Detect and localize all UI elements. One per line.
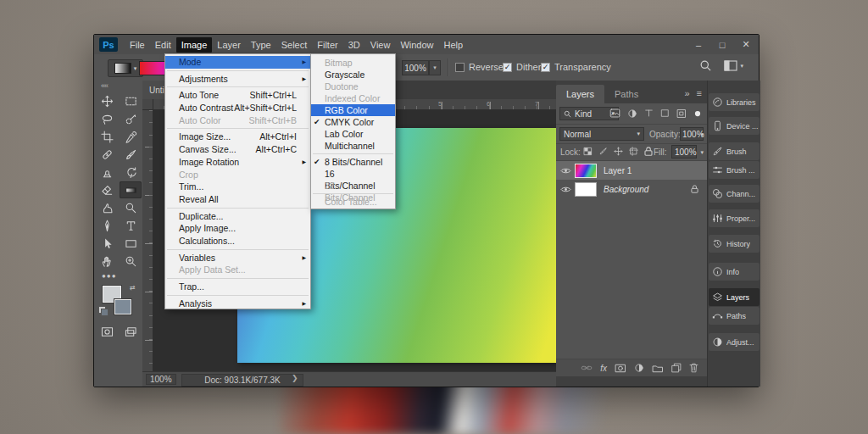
collapse-panel-icon[interactable]: » (684, 88, 689, 98)
lock-all-icon[interactable] (644, 147, 653, 156)
type-tool[interactable] (120, 217, 142, 234)
layer-row-background[interactable]: Background (556, 180, 707, 198)
eraser-tool[interactable] (96, 181, 118, 198)
crop-tool[interactable] (96, 128, 118, 145)
workspace-switcher[interactable]: ▾ (724, 60, 743, 71)
move-tool[interactable] (96, 92, 118, 109)
visibility-eye-icon[interactable] (556, 167, 575, 175)
tab-paths[interactable]: Paths (604, 85, 648, 103)
menu-item-canvas-size[interactable]: Canvas Size...Alt+Ctrl+C (165, 143, 310, 156)
dodge-tool[interactable] (120, 199, 142, 216)
marquee-tool[interactable] (120, 92, 142, 109)
menu-item-image-rotation[interactable]: Image Rotation▶ (165, 156, 310, 169)
reverse-checkbox[interactable] (455, 63, 465, 72)
lock-image-icon[interactable] (598, 147, 608, 156)
blend-mode-dropdown[interactable]: Normal ▾ (559, 127, 644, 141)
gradient-tool[interactable] (120, 181, 142, 198)
lock-transparency-icon[interactable] (583, 147, 593, 156)
visibility-eye-icon[interactable] (556, 186, 575, 193)
filter-smart-objects-icon[interactable] (676, 108, 687, 119)
filtering-toggle-icon[interactable] (693, 109, 702, 118)
link-layers-icon[interactable] (581, 364, 593, 372)
screen-mode-button[interactable] (120, 323, 142, 340)
lock-position-icon[interactable] (614, 147, 623, 156)
menu-type[interactable]: Type (246, 37, 276, 53)
zoom-tool[interactable] (120, 253, 142, 270)
lasso-tool[interactable] (96, 110, 118, 127)
menu-item-adjustments[interactable]: Adjustments▶ (165, 73, 310, 86)
layer-style-fx-icon[interactable]: fx (600, 364, 607, 373)
menu-file[interactable]: File (125, 37, 150, 53)
close-icon[interactable]: ✕ (740, 39, 752, 50)
path-selection-tool[interactable] (96, 235, 118, 252)
collapse-panel-icon[interactable]: «« (101, 81, 108, 90)
menu-item-8-bits[interactable]: ✔8 Bits/Channel (311, 156, 395, 168)
history-brush-tool[interactable] (120, 164, 142, 181)
quick-mask-button[interactable] (96, 323, 118, 340)
hand-tool[interactable] (96, 253, 118, 270)
menu-item-trap[interactable]: Trap... (165, 281, 310, 293)
filter-pixel-layers-icon[interactable] (609, 108, 620, 119)
menu-item-variables[interactable]: Variables▶ (165, 252, 310, 264)
reverse-checkbox-row[interactable]: Reverse (455, 62, 504, 72)
dock-button-properties[interactable]: Proper... (709, 209, 760, 227)
menu-item-trim[interactable]: Trim... (165, 181, 310, 193)
menu-view[interactable]: View (365, 37, 396, 53)
dock-button-channels[interactable]: Chann... (709, 185, 760, 203)
transparency-checkbox[interactable]: ✓ (541, 63, 550, 72)
menu-item-calculations[interactable]: Calculations... (165, 235, 310, 248)
filter-shape-layers-icon[interactable] (660, 108, 670, 118)
add-mask-icon[interactable] (615, 364, 626, 373)
dock-button-adjustments[interactable]: Adjust... (709, 333, 760, 351)
search-icon[interactable] (699, 59, 712, 72)
layer-thumbnail[interactable] (575, 182, 597, 197)
zoom-level[interactable]: 100% (146, 374, 176, 385)
minimize-icon[interactable]: – (693, 40, 704, 50)
brush-tool[interactable] (120, 146, 142, 163)
spot-healing-tool[interactable] (96, 146, 118, 163)
menu-layer[interactable]: Layer (212, 37, 246, 53)
panel-menu-icon[interactable]: ≡ (697, 88, 702, 98)
menu-edit[interactable]: Edit (150, 37, 176, 53)
document-size-info[interactable]: Doc: 903.1K/677.3K (181, 374, 303, 387)
dither-checkbox[interactable]: ✓ (503, 63, 512, 72)
status-arrow-icon[interactable]: ❯ (292, 374, 298, 382)
quick-selection-tool[interactable] (120, 110, 142, 127)
opacity-value[interactable]: 100% (402, 60, 429, 75)
eyedropper-tool[interactable] (120, 128, 142, 145)
layer-name[interactable]: Layer 1 (604, 166, 632, 175)
opacity-chevron-icon[interactable]: ▾ (429, 60, 441, 75)
dock-button-libraries[interactable]: Libraries (709, 93, 760, 111)
delete-layer-trash-icon[interactable] (689, 363, 698, 373)
menu-item-apply-image[interactable]: Apply Image... (165, 222, 310, 235)
menu-item-reveal-all[interactable]: Reveal All (165, 193, 310, 206)
maximize-icon[interactable]: □ (716, 40, 728, 50)
dock-button-paths[interactable]: Paths (709, 307, 760, 325)
swap-colors-icon[interactable]: ⇄ (130, 284, 136, 292)
pen-tool[interactable] (96, 217, 118, 234)
transparency-checkbox-row[interactable]: ✓ Transparency (541, 62, 611, 72)
menu-select[interactable]: Select (276, 37, 313, 53)
menu-item-auto-tone[interactable]: Auto ToneShift+Ctrl+L (165, 89, 310, 102)
menu-image[interactable]: Image (176, 37, 213, 53)
menu-item-16-bits[interactable]: 16 Bits/Channel (311, 168, 395, 180)
menu-item-auto-contrast[interactable]: Auto ContrastAlt+Shift+Ctrl+L (165, 102, 310, 114)
menu-window[interactable]: Window (395, 37, 438, 53)
new-adjustment-layer-icon[interactable] (634, 363, 644, 373)
menu-item-mode[interactable]: Mode▶ (165, 56, 310, 69)
filter-type-layers-icon[interactable] (644, 108, 654, 118)
lock-artboard-icon[interactable] (629, 147, 638, 156)
menu-filter[interactable]: Filter (312, 37, 342, 53)
background-color-swatch[interactable] (114, 299, 131, 314)
layer-thumbnail[interactable] (575, 164, 597, 178)
menu-item-image-size[interactable]: Image Size...Alt+Ctrl+I (165, 131, 310, 143)
tab-layers[interactable]: Layers (556, 85, 604, 103)
dock-button-layers[interactable]: Layers (709, 288, 760, 306)
menu-item-duplicate[interactable]: Duplicate... (165, 210, 310, 223)
gradient-preset-picker[interactable]: ▾ (108, 59, 143, 77)
chevron-down-icon[interactable]: ▾ (700, 131, 704, 138)
layer-name[interactable]: Background (604, 185, 648, 194)
new-group-folder-icon[interactable] (652, 364, 664, 373)
menu-item-rgb-color[interactable]: RGB Color (311, 104, 395, 116)
smudge-tool[interactable] (96, 199, 118, 216)
